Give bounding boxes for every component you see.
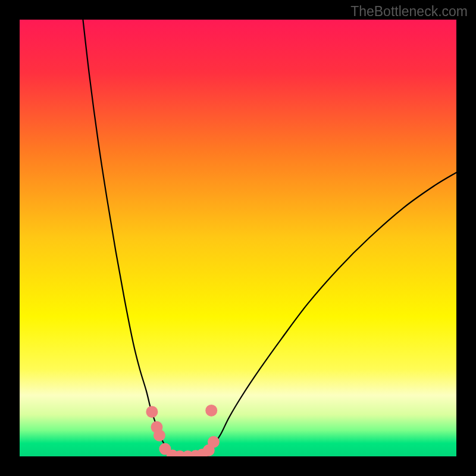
chart-frame: TheBottleneck.com [0, 0, 476, 476]
data-marker [154, 430, 165, 441]
data-marker [205, 405, 217, 416]
watermark-text: TheBottleneck.com [350, 4, 468, 20]
plot-svg [20, 20, 456, 456]
data-marker [208, 436, 220, 448]
gradient-background [20, 20, 456, 456]
data-marker [146, 406, 158, 418]
plot-area [20, 20, 456, 456]
